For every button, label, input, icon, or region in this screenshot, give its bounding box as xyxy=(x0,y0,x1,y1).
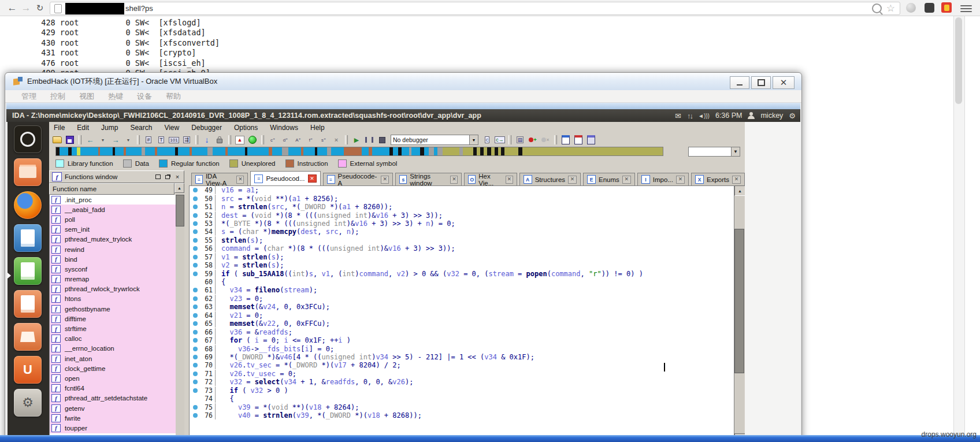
functions-window-header[interactable]: f Functions window × xyxy=(49,170,184,183)
chevron-down-icon[interactable]: ▼ xyxy=(469,135,478,144)
tab-close-icon[interactable]: ✕ xyxy=(676,176,685,184)
ida-menu-item[interactable]: Search xyxy=(130,124,152,132)
tab-exports[interactable]: XExports✕ xyxy=(691,173,745,185)
line-bullet[interactable] xyxy=(193,205,198,209)
code-line[interactable]: 55strlen(s); xyxy=(190,236,734,244)
toolbar-jump-down-icon[interactable]: ↓ xyxy=(201,135,213,145)
scroll-up-icon[interactable]: ▲ xyxy=(734,185,745,196)
code-line[interactable]: 54s = (char *)memcpy(dest, src, n); xyxy=(190,228,734,236)
vbox-menu-item[interactable]: 热键 xyxy=(108,91,123,102)
volume-icon[interactable]: ◄))) xyxy=(698,113,710,119)
toolbar-analysis-warning-icon[interactable]: ▲ xyxy=(234,135,246,145)
function-row[interactable]: fsem_init xyxy=(50,225,176,235)
tab-close-icon[interactable]: ✕ xyxy=(450,176,458,184)
function-row[interactable]: ffcntl64 xyxy=(50,384,176,393)
url-text[interactable]: shell?ps xyxy=(125,4,153,13)
function-row[interactable]: f.init_proc xyxy=(50,195,176,205)
menu-icon[interactable] xyxy=(960,3,972,14)
tab-enums[interactable]: EEnums✕ xyxy=(583,173,635,185)
line-bullet[interactable] xyxy=(193,330,198,335)
function-row[interactable]: fgetenv xyxy=(50,403,176,413)
ida-menu-item[interactable]: View xyxy=(164,124,179,132)
vbox-menu-item[interactable]: 视图 xyxy=(79,91,94,102)
address-bar[interactable]: shell?ps ☆ xyxy=(50,2,900,15)
function-row[interactable]: fcalloc xyxy=(50,334,176,344)
function-row[interactable]: fgethostbyname xyxy=(50,304,176,314)
pseudocode-scrollbar[interactable]: ▲ ▼ xyxy=(734,185,744,442)
tab-close-icon[interactable]: ✕ xyxy=(622,176,631,184)
toolbar-back-drop-icon[interactable]: ▼ xyxy=(97,135,109,145)
line-bullet[interactable] xyxy=(193,363,198,367)
toolbar-back-icon[interactable]: ← xyxy=(84,135,96,145)
line-bullet[interactable] xyxy=(193,355,198,359)
toolbar-add-breakpoint-icon[interactable]: ▤ xyxy=(514,135,526,145)
launcher-ubuntu-one-icon[interactable]: U xyxy=(14,356,42,384)
function-row[interactable]: frewind xyxy=(50,244,176,254)
ida-menu-item[interactable]: Help xyxy=(310,124,325,132)
session-gear-icon[interactable]: ⚙ xyxy=(789,112,796,120)
bookmark-star-icon[interactable]: ☆ xyxy=(886,3,895,13)
line-bullet[interactable] xyxy=(193,388,198,393)
code-line[interactable]: 59if ( sub_15AA18((int)s, v1, (int)comma… xyxy=(190,269,734,277)
tab-structures[interactable]: AStructures✕ xyxy=(519,173,581,185)
panel-maximize-icon[interactable] xyxy=(154,173,162,181)
navigator-combo[interactable]: ▼ xyxy=(688,147,740,157)
line-bullet[interactable] xyxy=(193,296,198,301)
toolbar-open-windows-icon[interactable] xyxy=(585,135,597,145)
code-line[interactable]: 58v2 = strlen(s); xyxy=(190,261,734,269)
launcher-firefox-icon[interactable] xyxy=(14,191,42,219)
launcher-ubuntu-dash-icon[interactable] xyxy=(14,125,42,153)
extension-icon[interactable] xyxy=(941,2,952,13)
line-bullet[interactable] xyxy=(193,347,198,351)
vbox-menu-item[interactable]: 管理 xyxy=(21,91,36,102)
line-bullet[interactable] xyxy=(193,272,198,276)
line-bullet[interactable] xyxy=(193,288,198,292)
toolbar-make-data-icon[interactable]: d⁺ xyxy=(280,135,291,145)
toolbar-start-process-icon[interactable]: ▶ xyxy=(351,135,362,145)
line-bullet[interactable] xyxy=(193,380,198,384)
tab-pseudocod-[interactable]: ≡Pseudocod...✕ xyxy=(250,171,320,185)
function-row[interactable]: fpthread_mutex_trylock xyxy=(50,235,176,244)
toolbar-search-value-icon[interactable]: 101 xyxy=(168,135,180,145)
ida-menu-item[interactable]: Jump xyxy=(101,124,118,132)
line-bullet[interactable] xyxy=(193,321,198,326)
code-line[interactable]: 53*(_BYTE *)(8 * (((unsigned int)&v16 + … xyxy=(190,220,734,228)
toolbar-search-next-icon[interactable]: ⇶ xyxy=(181,135,192,145)
line-bullet[interactable] xyxy=(193,221,198,226)
function-row[interactable]: fstrftime xyxy=(50,324,176,333)
ida-menu-item[interactable]: Options xyxy=(234,124,258,132)
ida-menu-item[interactable]: File xyxy=(54,124,65,132)
toolbar-open-hex-window-icon[interactable] xyxy=(573,135,584,145)
functions-scrollbar-thumb[interactable] xyxy=(176,195,184,226)
line-bullet[interactable] xyxy=(193,413,198,418)
code-line[interactable]: 68 v36->__fds_bits[i] = 0; xyxy=(190,344,734,352)
function-row[interactable]: fdifftime xyxy=(50,314,176,324)
line-bullet[interactable] xyxy=(193,372,198,376)
line-bullet[interactable] xyxy=(193,229,198,234)
toolbar-make-struct-icon[interactable]: s⁺ xyxy=(318,135,329,145)
function-row[interactable]: finet_aton xyxy=(50,354,176,363)
tab-impo-[interactable]: IImpo...✕ xyxy=(637,173,689,185)
code-line[interactable]: 66 v36 = &readfds; xyxy=(190,328,734,336)
reload-icon[interactable]: ↻ xyxy=(34,2,46,14)
vbox-menu-item[interactable]: 帮助 xyxy=(166,91,181,102)
function-row[interactable]: f__aeabi_fadd xyxy=(50,205,176,214)
back-icon[interactable]: ← xyxy=(6,2,18,14)
line-bullet[interactable] xyxy=(193,405,198,410)
code-line[interactable]: 69 *(_DWORD *)&v46[4 * ((unsigned int)v3… xyxy=(190,353,734,361)
line-bullet[interactable] xyxy=(193,196,198,201)
function-row[interactable]: ftoupper xyxy=(50,423,176,433)
code-line[interactable]: 49v16 = a1; xyxy=(190,186,734,194)
username[interactable]: mickey xyxy=(760,112,783,120)
launcher-libreoffice-writer-icon[interactable] xyxy=(14,224,42,252)
panel-restore-icon[interactable] xyxy=(164,173,172,181)
code-line[interactable]: 65 memset(&v22, 0, 0xFFCu); xyxy=(190,320,734,328)
navigator-band[interactable] xyxy=(55,147,663,156)
function-row[interactable]: ffwrite xyxy=(50,413,176,423)
code-line[interactable]: 64 v21 = 0; xyxy=(190,311,734,320)
line-bullet[interactable] xyxy=(193,213,198,218)
debugger-select[interactable]: No debugger▼ xyxy=(391,135,478,145)
tab-close-icon[interactable]: ✕ xyxy=(381,176,389,184)
code-line[interactable]: 56command = (char *)(8 * (((unsigned int… xyxy=(190,244,734,252)
launcher-libreoffice-calc-icon[interactable] xyxy=(14,257,42,285)
